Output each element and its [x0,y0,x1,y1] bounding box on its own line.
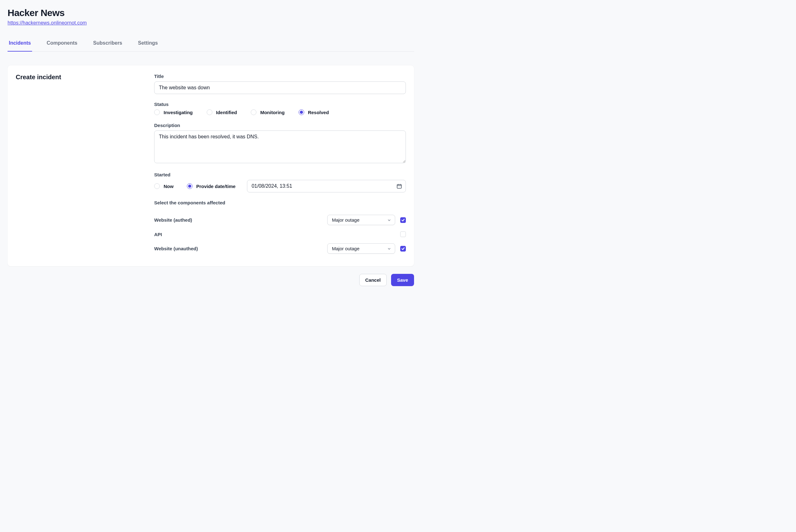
tabs: Incidents Components Subscribers Setting… [7,36,414,52]
components-section-label: Select the components affected [154,200,406,205]
component-row: Website (authed) Major outage [154,212,406,228]
tab-incidents[interactable]: Incidents [7,36,32,52]
status-page-url[interactable]: https://hackernews.onlineornot.com [7,20,87,25]
started-option-now[interactable]: Now [154,183,174,189]
component-status-select[interactable]: Major outage [327,215,395,225]
page-title: Hacker News [7,7,414,18]
description-input[interactable]: This incident has been resolved, it was … [154,131,406,163]
radio-icon [251,109,256,115]
cancel-button[interactable]: Cancel [359,274,387,286]
radio-icon [299,109,304,115]
title-input[interactable] [154,81,406,94]
radio-icon [154,109,160,115]
status-option-identified[interactable]: Identified [207,109,237,115]
radio-icon [187,183,192,189]
started-label: Started [154,172,406,177]
component-name: Website (unauthed) [154,246,198,251]
radio-label: Investigating [164,110,193,115]
radio-label: Identified [216,110,237,115]
component-checkbox[interactable] [400,231,406,237]
status-option-investigating[interactable]: Investigating [154,109,193,115]
component-row: API [154,228,406,240]
card-heading: Create incident [16,74,142,81]
save-button[interactable]: Save [391,274,414,286]
description-label: Description [154,122,406,128]
component-checkbox[interactable] [400,246,406,251]
status-label: Status [154,101,406,107]
form-actions: Cancel Save [7,274,414,286]
radio-icon [207,109,212,115]
started-option-provide[interactable]: Provide date/time [187,183,236,189]
radio-label: Now [164,184,174,189]
title-label: Title [154,74,406,79]
component-row: Website (unauthed) Major outage [154,240,406,257]
tab-settings[interactable]: Settings [137,36,159,52]
radio-icon [154,183,160,189]
status-option-resolved[interactable]: Resolved [299,109,329,115]
radio-label: Monitoring [260,110,284,115]
component-name: API [154,232,162,237]
radio-label: Provide date/time [196,184,236,189]
radio-label: Resolved [308,110,329,115]
tab-subscribers[interactable]: Subscribers [92,36,123,52]
component-checkbox[interactable] [400,217,406,223]
create-incident-card: Create incident Title Status Investigati… [7,65,414,266]
component-name: Website (authed) [154,217,192,223]
status-option-monitoring[interactable]: Monitoring [251,109,284,115]
component-status-select[interactable]: Major outage [327,243,395,254]
started-datetime-input[interactable] [247,180,406,192]
tab-components[interactable]: Components [45,36,79,52]
